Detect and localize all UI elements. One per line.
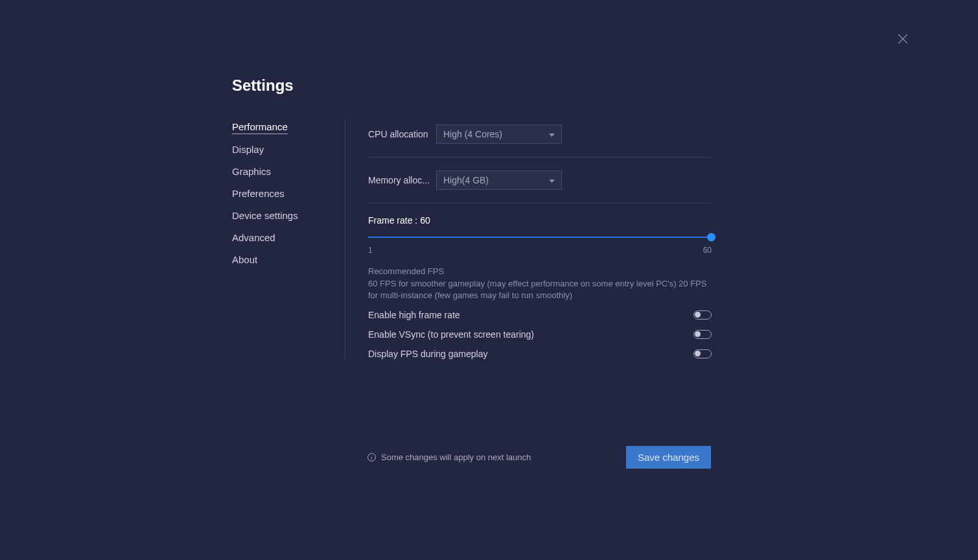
memory-allocation-label: Memory alloc... (368, 175, 436, 185)
cpu-allocation-label: CPU allocation (368, 129, 436, 139)
recommended-fps-title: Recommended FPS (368, 266, 712, 276)
divider (368, 157, 712, 158)
toggle-knob (695, 331, 701, 337)
toggle-vsync[interactable] (693, 330, 712, 339)
main-panel: CPU allocation High (4 Cores) Memory all… (345, 119, 712, 359)
toggle-display-fps[interactable] (693, 349, 712, 358)
sidebar-item-preferences[interactable]: Preferences (232, 188, 285, 200)
sidebar-item-about[interactable]: About (232, 254, 257, 266)
framerate-max: 60 (703, 246, 712, 255)
slider-thumb[interactable] (707, 233, 716, 242)
save-changes-button[interactable]: Save changes (626, 446, 711, 469)
footer-note-text: Some changes will apply on next launch (381, 452, 531, 462)
page-title: Settings (232, 76, 712, 95)
toggle-high-framerate[interactable] (693, 310, 712, 320)
sidebar-item-display[interactable]: Display (232, 144, 264, 156)
divider (368, 203, 712, 204)
memory-allocation-value: High(4 GB) (443, 175, 489, 185)
toggle-high-framerate-label: Enable high frame rate (368, 310, 460, 320)
recommended-fps-text: 60 FPS for smoother gameplay (may effect… (368, 278, 712, 301)
sidebar-item-performance[interactable]: Performance (232, 121, 288, 134)
close-icon (898, 34, 908, 44)
caret-down-icon (549, 129, 555, 139)
framerate-label: Frame rate : 60 (368, 215, 712, 226)
info-icon: i (367, 453, 376, 461)
framerate-slider[interactable] (368, 233, 712, 242)
cpu-allocation-value: High (4 Cores) (443, 129, 502, 139)
footer-note: i Some changes will apply on next launch (367, 452, 531, 462)
memory-allocation-select[interactable]: High(4 GB) (436, 170, 562, 190)
sidebar-item-graphics[interactable]: Graphics (232, 166, 271, 178)
toggle-display-fps-label: Display FPS during gameplay (368, 349, 487, 359)
cpu-allocation-select[interactable]: High (4 Cores) (436, 124, 562, 144)
sidebar: Performance Display Graphics Preferences… (232, 119, 345, 359)
sidebar-item-advanced[interactable]: Advanced (232, 232, 275, 244)
sidebar-item-device-settings[interactable]: Device settings (232, 210, 298, 222)
framerate-min: 1 (368, 246, 373, 255)
toggle-knob (695, 312, 701, 318)
toggle-knob (695, 351, 701, 356)
toggle-vsync-label: Enable VSync (to prevent screen tearing) (368, 329, 534, 340)
close-button[interactable] (896, 32, 909, 45)
caret-down-icon (549, 175, 555, 185)
framerate-value: 60 (420, 215, 430, 226)
